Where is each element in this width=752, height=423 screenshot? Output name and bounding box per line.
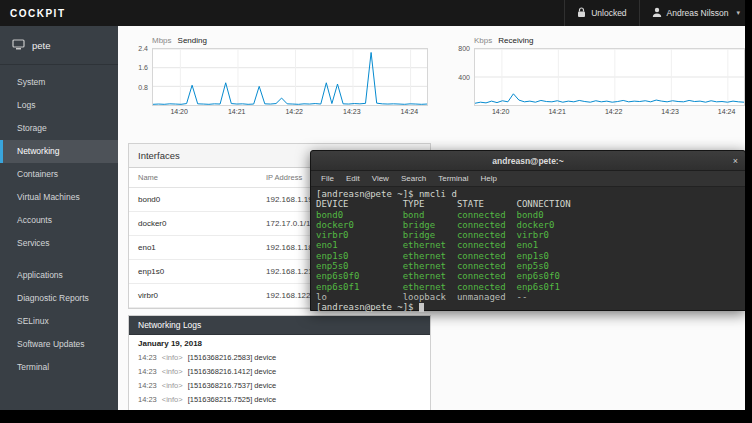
terminal-menu-search[interactable]: Search — [395, 174, 432, 183]
chart-receiving: KbpsReceiving40080014:2014:2114:2214:231… — [450, 36, 745, 118]
terminal-line: DEVICE TYPE STATE CONNECTION — [316, 199, 740, 209]
ytick-400: 400 — [458, 74, 470, 81]
sending-series-line — [153, 52, 427, 104]
charts-row: MbpsSending0.81.62.414:2014:2114:2214:23… — [118, 26, 745, 118]
interface-ip: 172.17.0.1/1 — [266, 219, 310, 228]
receiving-plot-area — [474, 48, 745, 106]
chevron-down-icon: ▾ — [736, 9, 740, 17]
log-message: [1516368215.7525] device — [188, 395, 276, 404]
log-time: 14:23 — [138, 367, 157, 376]
terminal-menu-file[interactable]: File — [315, 174, 340, 183]
receiving-chart-title: Receiving — [498, 36, 533, 45]
user-name: Andreas Nilsson — [667, 8, 729, 18]
close-icon[interactable]: × — [733, 156, 738, 166]
log-entry[interactable]: 14:23<info>[1516368216.7537] device — [129, 378, 430, 392]
terminal-line: [andreasn@pete ~]$ — [316, 302, 740, 312]
sending-x-axis: 14:2014:2114:2214:2314:24 — [128, 106, 428, 118]
user-icon — [652, 7, 662, 19]
interface-name: virbr0 — [138, 291, 266, 300]
sidebar-item-services[interactable]: Services — [0, 232, 118, 255]
host-name: pete — [32, 40, 51, 51]
sidebar-item-accounts[interactable]: Accounts — [0, 209, 118, 232]
terminal-menu-edit[interactable]: Edit — [340, 174, 366, 183]
unlocked-label: Unlocked — [591, 8, 626, 18]
receiving-x-axis: 14:2014:2114:2214:2314:24 — [450, 106, 745, 118]
sidebar-item-diagnostic-reports[interactable]: Diagnostic Reports — [0, 287, 118, 310]
terminal-line: enp6s0f0 ethernet connected enp6s0f0 — [316, 271, 740, 281]
sidebar-item-storage[interactable]: Storage — [0, 117, 118, 140]
terminal-menu-view[interactable]: View — [366, 174, 395, 183]
sidebar-item-software-updates[interactable]: Software Updates — [0, 333, 118, 356]
terminal-device-row: enp6s0f0 ethernet connected enp6s0f0 — [316, 271, 560, 281]
terminal-device-row: bond0 bond connected bond0 — [316, 210, 544, 220]
terminal-line: enp1s0 ethernet connected enp1s0 — [316, 251, 740, 261]
host-selector[interactable]: pete — [0, 26, 118, 65]
terminal-device-row: enp1s0 ethernet connected enp1s0 — [316, 251, 549, 261]
log-time: 14:23 — [138, 381, 157, 390]
sidebar-item-containers[interactable]: Containers — [0, 163, 118, 186]
terminal-titlebar[interactable]: andreasn@pete:~ × — [311, 151, 745, 171]
log-level: <info> — [162, 381, 183, 390]
terminal-body[interactable]: [andreasn@pete ~]$ nmcli dDEVICE TYPE ST… — [311, 187, 745, 315]
terminal-line: lo loopback unmanaged -- — [316, 292, 740, 302]
interface-name: eno1 — [138, 243, 266, 252]
xtick-14:23: 14:23 — [661, 108, 679, 115]
receiving-y-axis: 400800 — [450, 48, 474, 106]
sidebar-item-networking[interactable]: Networking — [0, 140, 118, 163]
log-entry[interactable]: 14:23<info>[1516368216.2583] device — [129, 350, 430, 364]
terminal-line: bond0 bond connected bond0 — [316, 210, 740, 220]
terminal-line: enp6s0f1 ethernet connected enp6s0f1 — [316, 282, 740, 292]
terminal-device-row: lo loopback unmanaged -- — [316, 292, 527, 302]
log-time: 14:23 — [138, 395, 157, 404]
interface-name: bond0 — [138, 195, 266, 204]
log-entry[interactable]: 14:23<info>[1516368216.1412] device — [129, 364, 430, 378]
sidebar-item-system[interactable]: System — [0, 71, 118, 94]
user-menu-button[interactable]: Andreas Nilsson ▾ — [639, 0, 752, 26]
log-entries: 14:23<info>[1516368216.2583] device14:23… — [129, 350, 430, 410]
terminal-cursor — [419, 303, 424, 312]
sidebar-item-applications[interactable]: Applications — [0, 264, 118, 287]
networking-logs-panel: Networking Logs January 19, 2018 14:23<i… — [128, 315, 431, 410]
terminal-line: [andreasn@pete ~]$ nmcli d — [316, 189, 740, 199]
log-date: January 19, 2018 — [129, 335, 430, 350]
sidebar-item-selinux[interactable]: SELinux — [0, 310, 118, 333]
ytick-0.8: 0.8 — [138, 84, 148, 91]
log-level: <info> — [162, 353, 183, 362]
terminal-window: andreasn@pete:~ × FileEditViewSearchTerm… — [310, 150, 746, 311]
receiving-chart-svg — [475, 49, 744, 105]
xtick-14:24: 14:24 — [718, 108, 736, 115]
terminal-table-header: DEVICE TYPE STATE CONNECTION — [316, 199, 571, 209]
terminal-line: virbr0 bridge connected virbr0 — [316, 230, 740, 240]
interfaces-col-ip: IP Address — [266, 173, 302, 182]
ytick-1.6: 1.6 — [138, 64, 148, 71]
terminal-command-line: [andreasn@pete ~]$ nmcli d — [316, 189, 457, 199]
ytick-2.4: 2.4 — [138, 45, 148, 52]
receiving-unit-label: Kbps — [474, 36, 492, 45]
log-entry[interactable]: 14:23<info>[1516368215.7525] device — [129, 392, 430, 406]
terminal-device-row: enp6s0f1 ethernet connected enp6s0f1 — [316, 282, 560, 292]
sending-chart-title: Sending — [178, 36, 207, 45]
log-message: [1516368216.2583] device — [188, 353, 276, 362]
log-time: 14:23 — [138, 353, 157, 362]
interface-name: enp1s0 — [138, 267, 266, 276]
interface-ip: 192.168.1.18 — [266, 243, 313, 252]
xtick-14:22: 14:22 — [285, 108, 303, 115]
sending-unit-label: Mbps — [152, 36, 172, 45]
terminal-device-row: eno1 ethernet connected eno1 — [316, 240, 538, 250]
sidebar-item-terminal[interactable]: Terminal — [0, 356, 118, 379]
frame-right — [745, 0, 752, 423]
terminal-menu-help[interactable]: Help — [474, 174, 502, 183]
log-message: [1516368216.7537] device — [188, 381, 276, 390]
sidebar-item-virtual-machines[interactable]: Virtual Machines — [0, 186, 118, 209]
sidebar-item-logs[interactable]: Logs — [0, 94, 118, 117]
sidebar-nav: SystemLogsStorageNetworkingContainersVir… — [0, 65, 118, 379]
sending-chart-svg — [153, 49, 427, 105]
sending-plot-area — [152, 48, 428, 106]
sidebar: pete SystemLogsStorageNetworkingContaine… — [0, 26, 118, 410]
terminal-menu-terminal[interactable]: Terminal — [432, 174, 474, 183]
chart-sending: MbpsSending0.81.62.414:2014:2114:2214:23… — [128, 36, 428, 118]
unlocked-button[interactable]: Unlocked — [564, 0, 638, 26]
xtick-14:22: 14:22 — [605, 108, 623, 115]
interface-name: docker0 — [138, 219, 266, 228]
log-message: [1516368216.1412] device — [188, 367, 276, 376]
